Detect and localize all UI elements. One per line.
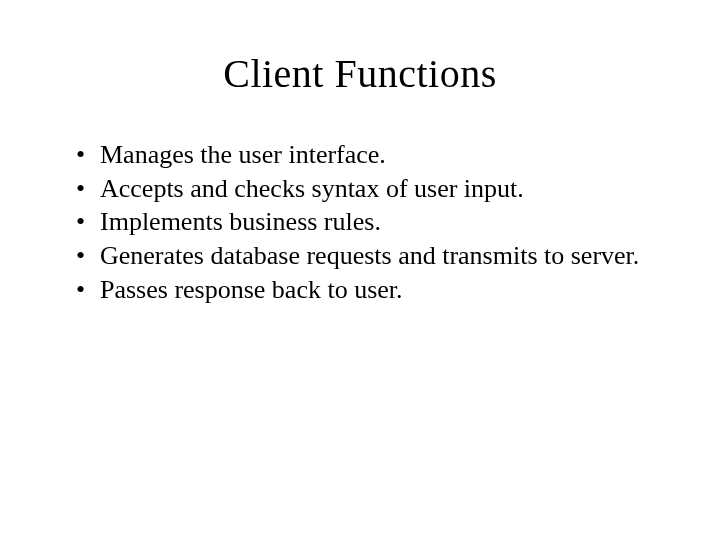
bullet-icon: • [72, 139, 100, 171]
list-item: • Passes response back to user. [72, 274, 660, 306]
bullet-icon: • [72, 173, 100, 205]
bullet-icon: • [72, 240, 100, 272]
list-item: • Generates database requests and transm… [72, 240, 660, 272]
bullet-icon: • [72, 206, 100, 238]
bullet-text: Implements business rules. [100, 206, 660, 238]
slide-container: Client Functions • Manages the user inte… [0, 0, 720, 540]
list-item: • Manages the user interface. [72, 139, 660, 171]
bullet-text: Passes response back to user. [100, 274, 660, 306]
bullet-text: Generates database requests and transmit… [100, 240, 660, 272]
list-item: • Implements business rules. [72, 206, 660, 238]
bullet-list: • Manages the user interface. • Accepts … [60, 139, 660, 306]
bullet-icon: • [72, 274, 100, 306]
list-item: • Accepts and checks syntax of user inpu… [72, 173, 660, 205]
bullet-text: Accepts and checks syntax of user input. [100, 173, 660, 205]
bullet-text: Manages the user interface. [100, 139, 660, 171]
slide-title: Client Functions [60, 50, 660, 97]
